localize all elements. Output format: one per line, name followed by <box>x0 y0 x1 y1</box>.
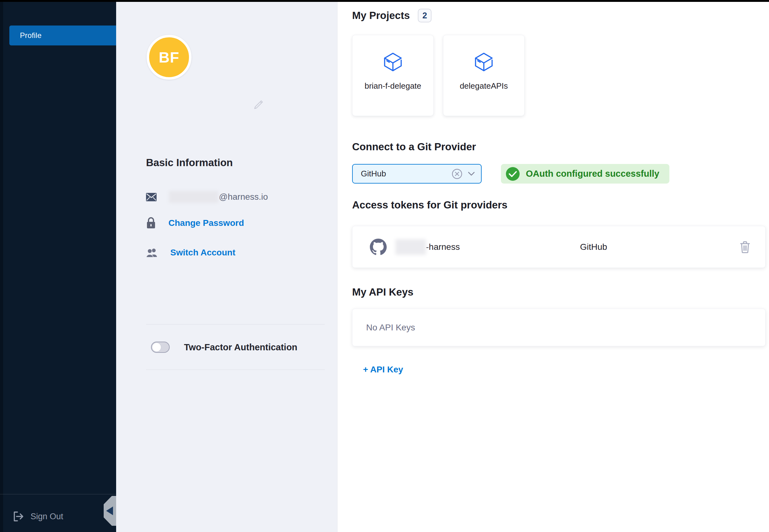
email-domain: @harness.io <box>219 192 268 202</box>
git-provider-select[interactable]: GitHub <box>352 164 482 184</box>
email-row: @harness.io <box>146 191 268 203</box>
success-check-icon <box>506 167 520 181</box>
change-password-row: Change Password <box>146 217 244 229</box>
token-name-redacted <box>396 239 426 255</box>
sign-out-label: Sign Out <box>30 512 63 521</box>
api-keys-empty-card: No API Keys <box>352 309 766 346</box>
project-name: brian-f-delegate <box>364 81 421 91</box>
main-content: My Projects 2 brian-f-delegate <box>337 2 769 532</box>
avatar: BF <box>147 35 191 80</box>
user-name-redacted <box>145 94 246 111</box>
collapse-left-arrow-icon <box>106 506 113 515</box>
avatar-initials: BF <box>159 49 179 66</box>
token-name: -harness <box>396 239 460 255</box>
api-keys-heading: My API Keys <box>352 286 414 298</box>
my-projects-heading-row: My Projects 2 <box>352 9 432 22</box>
git-provider-heading: Connect to a Git Provider <box>352 141 476 153</box>
token-provider: GitHub <box>580 242 607 252</box>
add-api-key-button[interactable]: + API Key <box>363 365 403 375</box>
chevron-down-icon[interactable] <box>468 172 475 176</box>
sidebar-item-profile[interactable]: Profile <box>9 26 116 45</box>
two-factor-row: Two-Factor Authentication <box>151 342 297 353</box>
projects-card-row: brian-f-delegate delegateAPIs <box>352 35 525 116</box>
switch-account-link[interactable]: Switch Account <box>170 248 235 258</box>
project-card[interactable]: brian-f-delegate <box>352 35 434 116</box>
sidebar-item-profile-label: Profile <box>9 31 41 40</box>
window-top-bar <box>0 0 769 2</box>
project-cube-icon <box>473 51 495 72</box>
project-name: delegateAPIs <box>460 81 508 91</box>
github-logo-icon <box>370 239 387 255</box>
toggle-knob <box>152 343 161 352</box>
divider <box>146 370 325 370</box>
profile-panel: BF Basic Information @harness.io Change … <box>116 2 337 532</box>
switch-account-row: Switch Account <box>146 248 235 258</box>
api-keys-empty-message: No API Keys <box>366 323 415 333</box>
git-provider-row: GitHub OAuth configured <box>352 164 669 184</box>
my-projects-heading: My Projects <box>352 10 410 21</box>
change-password-link[interactable]: Change Password <box>168 218 244 228</box>
oauth-status-badge: OAuth configured successfully <box>501 164 669 184</box>
access-tokens-heading: Access tokens for Git providers <box>352 199 508 211</box>
project-cube-icon <box>382 51 404 72</box>
two-factor-label: Two-Factor Authentication <box>184 342 297 352</box>
sign-out-button[interactable]: Sign Out <box>12 510 63 523</box>
two-factor-toggle[interactable] <box>151 342 170 353</box>
profile-page: Profile Sign Out BF Basic Information <box>0 0 769 532</box>
clear-selection-icon[interactable] <box>452 169 462 179</box>
email-icon <box>146 193 157 201</box>
sign-out-icon <box>12 510 24 523</box>
oauth-status-message: OAuth configured successfully <box>526 169 659 179</box>
basic-information-heading: Basic Information <box>146 157 233 169</box>
email-local-part-redacted <box>169 191 218 203</box>
sidebar: Profile Sign Out <box>0 0 116 532</box>
sidebar-footer-divider <box>0 494 116 494</box>
git-provider-selected-value: GitHub <box>353 169 452 179</box>
project-card[interactable]: delegateAPIs <box>443 35 525 116</box>
delete-token-icon[interactable] <box>740 241 750 253</box>
lock-icon <box>146 217 156 229</box>
edit-name-icon[interactable] <box>253 99 264 110</box>
access-token-row: -harness GitHub <box>352 226 766 268</box>
projects-count-badge: 2 <box>418 9 432 22</box>
switch-account-icon <box>146 248 158 258</box>
token-name-suffix: -harness <box>426 242 460 252</box>
